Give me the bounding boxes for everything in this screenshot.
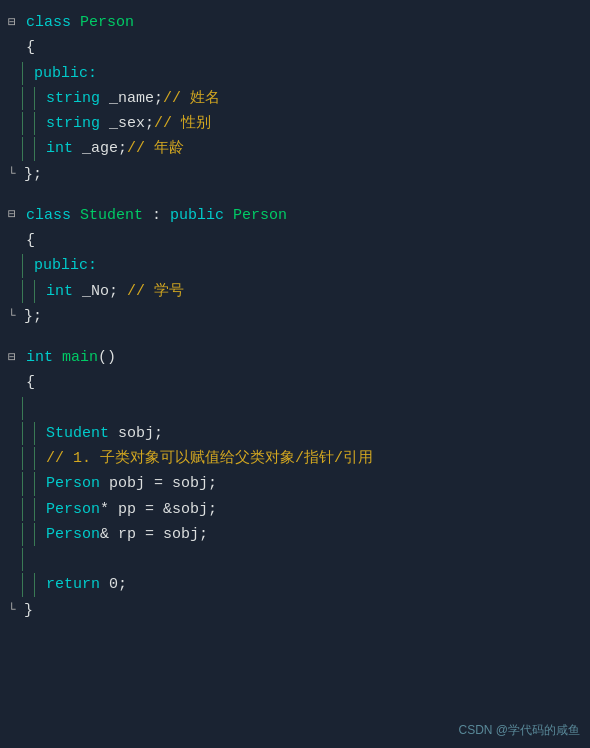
vbar-inner [34, 573, 36, 596]
token: string [46, 112, 109, 135]
main-header: ⊟int main() [0, 345, 590, 370]
collapse-icon[interactable]: ⊟ [8, 348, 22, 368]
collapse-icon[interactable]: ⊟ [8, 205, 22, 225]
token: Person [46, 498, 100, 521]
collapse-icon[interactable]: ⊟ [8, 13, 22, 33]
token: string [46, 87, 109, 110]
vbar-outer [22, 498, 24, 521]
token: // 姓名 [163, 87, 220, 110]
vbar-outer [22, 137, 24, 160]
vbar [22, 62, 24, 85]
token: // 年龄 [127, 137, 184, 160]
main-sobj: Student sobj; [0, 421, 590, 446]
vbar-outer [22, 472, 24, 495]
vbar-inner [34, 447, 36, 470]
main-empty1 [0, 396, 590, 421]
main-close: └} [0, 598, 590, 623]
token: main [62, 346, 98, 369]
class-student-header: ⊟class Student : public Person [0, 203, 590, 228]
main-pp: Person* pp = &sobj; [0, 497, 590, 522]
vbar [22, 548, 24, 571]
token: _age; [82, 137, 127, 160]
token: pobj = sobj; [109, 472, 217, 495]
vbar-outer [22, 523, 24, 546]
token: int [46, 280, 82, 303]
vbar-inner [34, 422, 36, 445]
student-public: public: [0, 253, 590, 278]
token: int [46, 137, 82, 160]
token: Person [233, 204, 287, 227]
code-container: ⊟class Person{ public: string _name;// 姓… [0, 0, 590, 748]
token: Student [46, 422, 118, 445]
main-comment: // 1. 子类对象可以赋值给父类对象/指针/引用 [0, 446, 590, 471]
vbar-inner [34, 523, 36, 546]
watermark: CSDN @学代码的咸鱼 [458, 721, 580, 740]
vbar-outer [22, 422, 24, 445]
main-empty2 [0, 547, 590, 572]
token: sobj; [118, 422, 163, 445]
student-open-brace: { [0, 228, 590, 253]
main-open-brace: { [0, 370, 590, 395]
token: public [170, 204, 233, 227]
token: Person [46, 523, 100, 546]
main-return: return 0; [0, 572, 590, 597]
token: : [143, 204, 170, 227]
separator [0, 187, 590, 203]
vbar-inner [34, 87, 36, 110]
vbar-outer [22, 87, 24, 110]
main-rp: Person& rp = sobj; [0, 522, 590, 547]
vbar-inner [34, 498, 36, 521]
token: _name; [109, 87, 163, 110]
token: Student [80, 204, 143, 227]
token: return [46, 573, 109, 596]
student-close: └}; [0, 304, 590, 329]
class-person-header: ⊟class Person [0, 10, 590, 35]
vbar-outer [22, 280, 24, 303]
person-public: public: [0, 61, 590, 86]
close-brace-icon: └ [8, 600, 22, 620]
person-name: string _name;// 姓名 [0, 86, 590, 111]
token: } [24, 599, 33, 622]
student-no: int _No; // 学号 [0, 279, 590, 304]
token: Person [80, 11, 134, 34]
person-close: └}; [0, 162, 590, 187]
vbar [22, 254, 24, 277]
vbar [22, 397, 24, 420]
person-age: int _age;// 年龄 [0, 136, 590, 161]
token: }; [24, 305, 42, 328]
main-pobj: Person pobj = sobj; [0, 471, 590, 496]
vbar-inner [34, 280, 36, 303]
token: { [26, 371, 35, 394]
close-brace-icon: └ [8, 306, 22, 326]
close-brace-icon: └ [8, 164, 22, 184]
token: * pp = &sobj; [100, 498, 217, 521]
token: public: [34, 254, 97, 277]
token: & rp = sobj; [100, 523, 208, 546]
separator [0, 329, 590, 345]
token: // 学号 [127, 280, 184, 303]
vbar-inner [34, 472, 36, 495]
token: public: [34, 62, 97, 85]
token: _sex; [109, 112, 154, 135]
code-lines: ⊟class Person{ public: string _name;// 姓… [0, 10, 590, 623]
vbar-outer [22, 573, 24, 596]
token: _No; [82, 280, 127, 303]
token: }; [24, 163, 42, 186]
vbar-outer [22, 112, 24, 135]
person-sex: string _sex;// 性别 [0, 111, 590, 136]
vbar-outer [22, 447, 24, 470]
token: { [26, 229, 35, 252]
token: () [98, 346, 116, 369]
token: class [26, 204, 80, 227]
token: // 1. 子类对象可以赋值给父类对象/指针/引用 [46, 447, 373, 470]
token: class [26, 11, 80, 34]
token: 0; [109, 573, 127, 596]
person-open-brace: { [0, 35, 590, 60]
vbar-inner [34, 137, 36, 160]
token: { [26, 36, 35, 59]
token: Person [46, 472, 109, 495]
token: int [26, 346, 62, 369]
token: // 性别 [154, 112, 211, 135]
vbar-inner [34, 112, 36, 135]
